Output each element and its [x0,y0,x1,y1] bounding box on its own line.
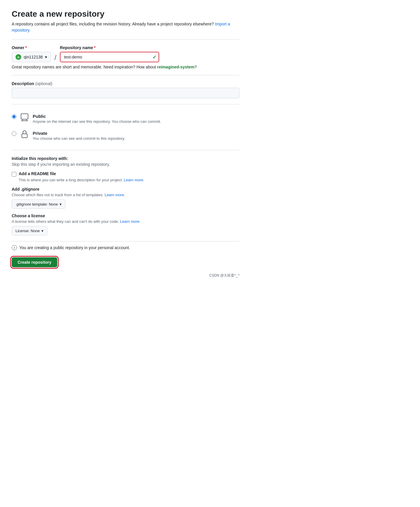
repo-name-input[interactable] [60,52,159,62]
readme-label[interactable]: Add a README file [19,171,56,176]
public-option-desc: Anyone on the internet can see this repo… [33,119,239,124]
page-subtitle: A repository contains all project files,… [12,21,239,33]
readme-desc: This is where you can write a long descr… [19,178,239,182]
suggested-name-link[interactable]: reimagined-system [157,65,195,69]
public-option-content: Public Anyone on the internet can see th… [33,114,239,124]
info-banner-text: You are creating a public repository in … [19,245,130,250]
gitignore-title: Add .gitignore [12,187,239,192]
valid-checkmark-icon: ✓ [152,54,156,60]
owner-field-group: Owner* ✿ qin112138 ▾ [12,45,51,62]
visibility-divider [12,104,239,104]
repo-name-required-star: * [94,45,96,50]
owner-username: qin112138 [24,55,43,59]
optional-label: (optional) [35,81,52,86]
readme-row: Add a README file [12,171,239,177]
private-repo-icon [20,130,29,139]
initialize-section: Initialize this repository with: Skip th… [12,156,239,235]
init-divider [12,150,239,150]
owner-repo-row: Owner* ✿ qin112138 ▾ / Repository name* … [12,45,239,62]
init-subtitle: Skip this step if you're importing an ex… [12,162,239,167]
gitignore-dropdown-label: .gitignore template: None [15,202,58,206]
public-repo-icon [20,113,29,122]
private-option-content: Private You choose who can see and commi… [33,131,239,141]
description-label: Description (optional) [12,81,239,86]
license-learn-more-link[interactable]: Learn more. [120,219,140,224]
header-divider [12,39,239,39]
gitignore-dropdown-button[interactable]: .gitignore template: None ▾ [12,199,65,209]
license-dropdown-label: License: None [15,229,40,233]
create-repository-button[interactable]: Create repository [12,257,57,267]
private-option: Private You choose who can see and commi… [12,127,239,144]
repo-name-label: Repository name* [60,45,159,50]
owner-label: Owner* [12,45,51,50]
repo-name-input-wrapper: ✓ [60,52,159,62]
svg-rect-2 [21,114,28,119]
gitignore-chevron-icon: ▾ [60,202,62,206]
readme-checkbox[interactable] [12,172,16,177]
private-option-title: Private [33,131,239,136]
license-section: Choose a license A license tells others … [12,213,239,235]
description-section: Description (optional) [12,81,239,98]
private-option-desc: You choose who can see and commit to thi… [33,136,239,141]
private-radio[interactable] [12,131,16,136]
gitignore-learn-more-link[interactable]: Learn more. [105,193,125,197]
public-option-title: Public [33,114,239,119]
svg-rect-6 [22,134,27,138]
license-desc: A license tells others what they can and… [12,219,239,224]
license-dropdown-button[interactable]: License: None ▾ [12,226,47,235]
svg-text:✿: ✿ [17,56,20,59]
public-option: Public Anyone on the internet can see th… [12,110,239,127]
description-divider [12,75,239,75]
name-suggestion: Great repository names are short and mem… [12,65,239,69]
owner-required-star: * [25,45,27,50]
visibility-section: Public Anyone on the internet can see th… [12,110,239,144]
description-input[interactable] [12,88,239,98]
readme-learn-more-link[interactable]: Learn more. [124,178,144,182]
license-title: Choose a license [12,213,239,218]
owner-avatar: ✿ [15,54,21,60]
public-radio[interactable] [12,114,16,119]
gitignore-desc: Choose which files not to track from a l… [12,193,239,197]
gitignore-section: Add .gitignore Choose which files not to… [12,187,239,209]
info-banner: i You are creating a public repository i… [12,241,239,254]
page-title: Create a new repository [12,9,239,19]
license-chevron-icon: ▾ [41,229,44,233]
repo-name-field-group: Repository name* ✓ [60,45,159,62]
slash-separator: / [54,54,56,62]
watermark: CSDN @大坏蛋^_^ [12,273,239,278]
init-title: Initialize this repository with: [12,156,239,161]
owner-chevron-icon: ▾ [45,55,47,59]
owner-dropdown-button[interactable]: ✿ qin112138 ▾ [12,52,51,62]
info-icon: i [12,245,17,250]
